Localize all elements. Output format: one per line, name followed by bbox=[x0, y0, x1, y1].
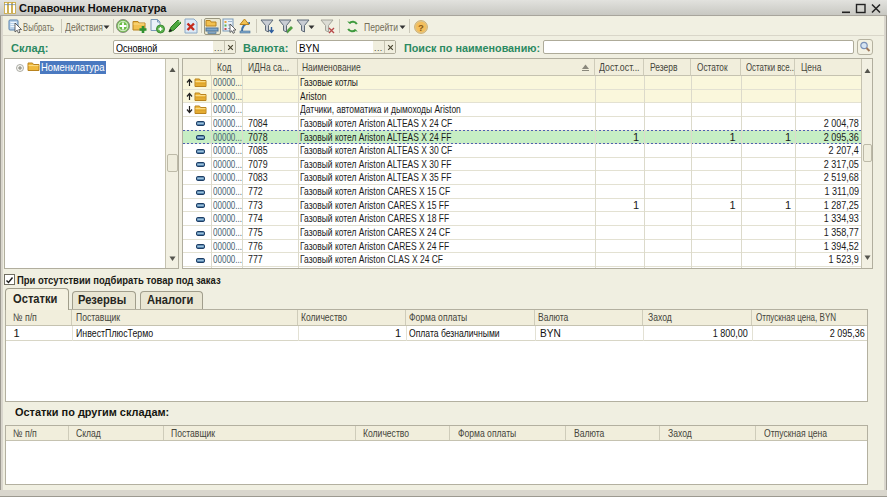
svg-text:?: ? bbox=[418, 22, 424, 33]
